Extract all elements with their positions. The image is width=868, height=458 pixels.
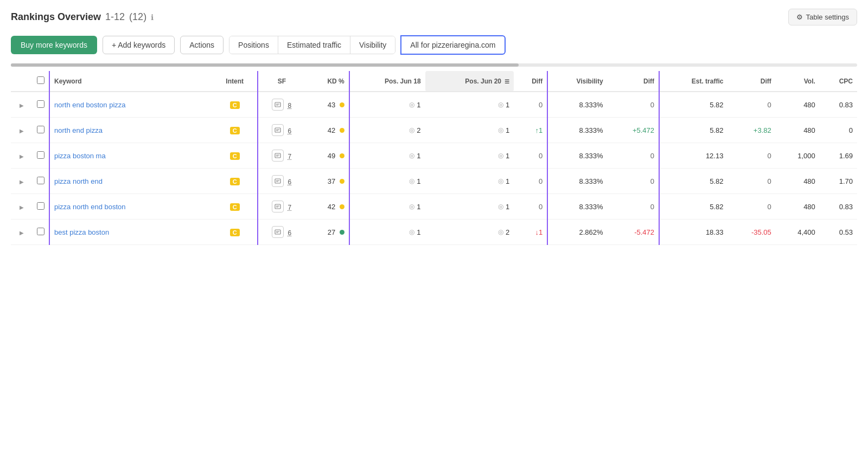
vol-value: 480 [803, 126, 815, 134]
keyword-link[interactable]: pizza boston ma [54, 152, 106, 160]
keyword-link[interactable]: best pizza boston [54, 228, 109, 236]
filter-traffic[interactable]: Estimated traffic [278, 36, 350, 54]
keyword-cell: north end pizza [49, 118, 213, 143]
pos-jun18-cell: ◎ 1 [349, 220, 425, 245]
visibility-cell: 8.333% [547, 143, 607, 169]
vol-cell: 1,000 [776, 143, 820, 169]
keyword-link[interactable]: pizza north end [54, 177, 103, 185]
vis-diff-value: 0 [650, 152, 654, 160]
visibility-cell: 2.862% [547, 220, 607, 245]
vol-value: 1,000 [797, 152, 815, 160]
vol-value: 480 [803, 203, 815, 211]
row-checkbox[interactable] [37, 202, 44, 210]
pos-jun18-value: 1 [417, 203, 420, 211]
scrollbar-thumb [11, 63, 519, 67]
keyword-link[interactable]: north end boston pizza [54, 101, 126, 109]
row-checkbox[interactable] [37, 100, 44, 108]
expand-button[interactable]: ▶ [17, 152, 26, 160]
pos-jun18-value: 1 [417, 101, 420, 109]
keyword-link[interactable]: north end pizza [54, 126, 103, 134]
pos-icon: ◎ [409, 203, 414, 210]
sf-number[interactable]: 6 [288, 178, 292, 186]
vol-cell: 4,400 [776, 220, 820, 245]
pos-jun20-cell: ◎ 1 [425, 143, 514, 169]
sf-icon[interactable] [272, 201, 284, 212]
intent-badge: C [230, 203, 240, 211]
sf-number[interactable]: 7 [288, 153, 292, 160]
keyword-link[interactable]: pizza north end boston [54, 203, 126, 211]
vol-cell: 480 [776, 194, 820, 220]
vis-diff-cell: -5.472 [608, 220, 659, 245]
kd-dot [340, 230, 344, 235]
pos-icon: ◎ [498, 177, 503, 185]
sf-number[interactable]: 6 [288, 127, 292, 135]
actions-button[interactable]: Actions [180, 36, 224, 54]
select-all-checkbox[interactable] [37, 76, 44, 84]
visibility-value: 8.333% [579, 177, 603, 185]
kd-cell: 37 [305, 169, 349, 194]
row-checkbox[interactable] [37, 126, 44, 133]
intent-cell: C [213, 220, 258, 245]
filter-positions[interactable]: Positions [229, 36, 278, 54]
pos-diff-cell: 0 [514, 169, 547, 194]
intent-cell: C [213, 143, 258, 169]
info-icon[interactable]: ℹ [151, 13, 154, 22]
expand-cell: ▶ [11, 92, 33, 118]
intent-cell: C [213, 92, 258, 118]
expand-cell: ▶ [11, 143, 33, 169]
est-diff-value: 0 [768, 152, 771, 160]
pos-jun20-cell: ◎ 2 [425, 220, 514, 245]
pos-diff-value: 0 [539, 152, 542, 160]
expand-button[interactable]: ▶ [17, 229, 26, 237]
table-settings-button[interactable]: ⚙ Table settings [788, 9, 858, 25]
visibility-value: 8.333% [579, 152, 603, 160]
sf-icon[interactable] [272, 99, 284, 111]
sf-icon[interactable] [272, 175, 284, 187]
row-checkbox[interactable] [37, 151, 44, 159]
sf-number[interactable]: 6 [288, 229, 292, 237]
keyword-cell: pizza north end [49, 169, 213, 194]
est-diff-value: 0 [768, 203, 771, 211]
kd-cell: 42 [305, 194, 349, 220]
pos-jun20-cell: ◎ 1 [425, 194, 514, 220]
kd-dot [340, 153, 344, 158]
row-checkbox[interactable] [37, 228, 44, 235]
est-traffic-cell: 5.82 [659, 92, 727, 118]
sf-icon[interactable] [272, 226, 284, 238]
sf-icon[interactable] [272, 150, 284, 162]
checkbox-cell [33, 194, 49, 220]
pos-jun20-value: 2 [506, 228, 509, 236]
vis-diff-cell: 0 [608, 143, 659, 169]
cpc-value: 0.83 [839, 203, 853, 211]
expand-button[interactable]: ▶ [17, 101, 26, 109]
vol-cell: 480 [776, 169, 820, 194]
sf-number[interactable]: 8 [288, 102, 292, 109]
expand-button[interactable]: ▶ [17, 203, 26, 211]
scrollbar-track[interactable] [11, 63, 857, 67]
expand-button[interactable]: ▶ [17, 127, 26, 135]
cpc-value: 0 [849, 126, 853, 134]
filter-domain[interactable]: All for pizzeriaregina.com [400, 35, 505, 55]
expand-button[interactable]: ▶ [17, 178, 26, 186]
kd-cell: 49 [305, 143, 349, 169]
est-traffic-value: 5.82 [710, 203, 723, 211]
vis-diff-cell: 0 [608, 194, 659, 220]
checkbox-cell [33, 169, 49, 194]
cpc-cell: 0 [820, 118, 857, 143]
est-diff-value: 0 [768, 101, 771, 109]
sf-number[interactable]: 7 [288, 204, 292, 211]
add-keywords-button[interactable]: + Add keywords [103, 36, 175, 54]
buy-keywords-button[interactable]: Buy more keywords [11, 36, 97, 54]
est-diff-value: 0 [768, 177, 771, 185]
keyword-cell: best pizza boston [49, 220, 213, 245]
filter-visibility[interactable]: Visibility [350, 36, 395, 54]
est-diff-cell: 0 [727, 143, 775, 169]
sf-cell: 7 [258, 194, 305, 220]
row-checkbox[interactable] [37, 177, 44, 184]
pos-diff-value: 0 [539, 177, 542, 185]
sf-cell: 6 [258, 220, 305, 245]
pos-jun20-value: 1 [506, 152, 509, 160]
est-diff-value: +3.82 [754, 126, 771, 134]
page-title: Rankings Overview [11, 11, 101, 23]
sf-icon[interactable] [272, 124, 284, 136]
